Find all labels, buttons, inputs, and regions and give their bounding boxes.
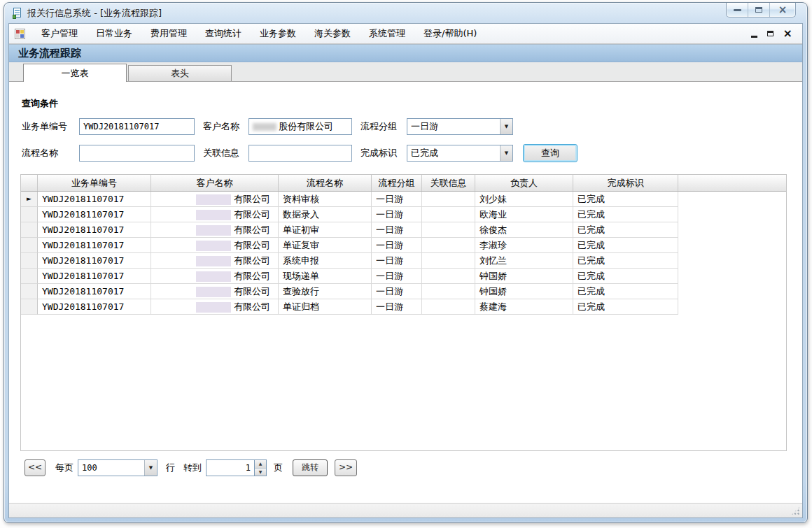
search-button[interactable]: 查询 <box>523 144 578 162</box>
cell-customer: 有限公司 <box>151 238 279 253</box>
row-selector[interactable] <box>21 253 38 269</box>
current-row-indicator[interactable]: ► <box>21 192 38 207</box>
cell-related_info <box>422 207 475 222</box>
cell-related_info <box>422 284 475 299</box>
cell-order_no: YWDJ20181107017 <box>38 284 151 299</box>
column-header[interactable]: 流程名称 <box>279 175 372 191</box>
minimize-button[interactable] <box>727 3 748 17</box>
row-selector[interactable] <box>21 222 38 238</box>
table-row[interactable]: YWDJ20181107017有限公司数据录入一日游欧海业已完成 <box>21 207 786 222</box>
table-row[interactable]: ►YWDJ20181107017有限公司资料审核一日游刘少妹已完成 <box>21 192 786 207</box>
cell-flow_name: 单证初审 <box>279 222 372 238</box>
complete-flag-label: 完成标识 <box>360 145 397 162</box>
menu-item[interactable]: 登录/帮助(H) <box>414 24 486 43</box>
table-row[interactable]: YWDJ20181107017有限公司单证归档一日游蔡建海已完成 <box>21 299 786 315</box>
tab-strip: 一览表表头 <box>9 62 802 82</box>
prev-page-button[interactable]: << <box>24 459 46 476</box>
cell-status: 已完成 <box>573 192 678 207</box>
page-number-input[interactable]: 1 <box>206 459 255 476</box>
cell-flow_group: 一日游 <box>372 284 422 299</box>
cell-flow_group: 一日游 <box>372 222 422 238</box>
column-header[interactable]: 负责人 <box>475 175 573 191</box>
table-row[interactable]: YWDJ20181107017有限公司现场递单一日游钟国娇已完成 <box>21 269 786 284</box>
spinner-up-icon[interactable]: ▲ <box>255 460 266 469</box>
cell-flow_name: 现场递单 <box>279 269 372 284</box>
row-selector[interactable] <box>21 284 38 299</box>
cell-flow_group: 一日游 <box>372 299 422 315</box>
cell-status: 已完成 <box>573 284 678 299</box>
tab-1[interactable]: 表头 <box>128 65 232 81</box>
title-bar[interactable]: 报关行信息系统 - [业务流程跟踪] <box>4 3 807 23</box>
cell-order_no: YWDJ20181107017 <box>38 253 151 269</box>
menu-item[interactable]: 海关参数 <box>305 24 360 43</box>
row-selector[interactable] <box>21 207 38 222</box>
redacted-text <box>196 241 231 251</box>
redacted-text <box>196 271 231 282</box>
row-selector[interactable] <box>21 269 38 284</box>
restore-button[interactable] <box>748 3 770 17</box>
column-header[interactable]: 完成标识 <box>573 175 678 191</box>
column-header[interactable]: 业务单编号 <box>38 175 151 191</box>
row-selector[interactable] <box>21 299 38 315</box>
mdi-restore-button[interactable] <box>767 31 774 36</box>
column-header[interactable]: 客户名称 <box>151 175 279 191</box>
cell-customer: 有限公司 <box>151 222 279 238</box>
cell-owner: 蔡建海 <box>475 299 573 315</box>
column-header[interactable]: 关联信息 <box>422 175 475 191</box>
flow-name-input[interactable] <box>79 145 195 162</box>
chevron-down-icon[interactable]: ▼ <box>500 119 512 134</box>
page-number-stepper[interactable]: ▲ ▼ <box>255 459 267 476</box>
resize-grip[interactable] <box>791 506 800 515</box>
chevron-down-icon[interactable]: ▼ <box>500 145 512 161</box>
rows-unit-label: 行 <box>166 462 175 474</box>
row-selector-header <box>21 175 38 191</box>
menu-items: 客户管理日常业务费用管理查询统计业务参数海关参数系统管理登录/帮助(H) <box>32 24 486 43</box>
cell-flow_name: 系统申报 <box>279 253 372 269</box>
menu-item[interactable]: 日常业务 <box>87 24 141 43</box>
flow-group-label: 流程分组 <box>360 118 397 135</box>
cell-status: 已完成 <box>573 222 678 238</box>
table-row[interactable]: YWDJ20181107017有限公司查验放行一日游钟国娇已完成 <box>21 284 786 299</box>
data-grid: 业务单编号客户名称流程名称流程分组关联信息负责人完成标识 ►YWDJ201811… <box>20 174 787 451</box>
redacted-text <box>253 123 276 131</box>
cell-owner: 刘忆兰 <box>475 253 573 269</box>
spinner-down-icon[interactable]: ▼ <box>255 469 266 476</box>
tab-0[interactable]: 一览表 <box>23 64 127 82</box>
cell-flow_group: 一日游 <box>372 238 422 253</box>
status-bar <box>9 503 802 518</box>
close-button[interactable]: × <box>770 3 795 17</box>
table-row[interactable]: YWDJ20181107017有限公司单证复审一日游李淑珍已完成 <box>21 238 786 253</box>
menu-item[interactable]: 费用管理 <box>141 24 196 43</box>
cell-customer: 有限公司 <box>151 284 279 299</box>
row-selector[interactable] <box>21 238 38 253</box>
column-header[interactable]: 流程分组 <box>372 175 422 191</box>
related-info-input[interactable] <box>248 145 352 162</box>
menu-item[interactable]: 系统管理 <box>360 24 414 43</box>
menu-item[interactable]: 客户管理 <box>32 24 87 43</box>
order-no-input[interactable]: YWDJ20181107017 <box>79 118 195 135</box>
caption-button-group: × <box>726 3 796 17</box>
cell-order_no: YWDJ20181107017 <box>38 269 151 284</box>
table-row[interactable]: YWDJ20181107017有限公司单证初审一日游徐俊杰已完成 <box>21 222 786 238</box>
customer-input[interactable]: 股份有限公司 <box>248 118 352 135</box>
next-page-button[interactable]: >> <box>335 459 357 476</box>
cell-related_info <box>422 253 475 269</box>
cell-flow_group: 一日游 <box>372 253 422 269</box>
flow-group-select[interactable]: 一日游 ▼ <box>407 118 513 135</box>
goto-label: 转到 <box>183 462 202 474</box>
cell-status: 已完成 <box>573 207 678 222</box>
menu-item[interactable]: 查询统计 <box>196 24 251 43</box>
redacted-text <box>196 194 231 205</box>
cell-order_no: YWDJ20181107017 <box>38 207 151 222</box>
chevron-down-icon[interactable]: ▼ <box>144 460 157 476</box>
complete-flag-select[interactable]: 已完成 ▼ <box>407 145 513 162</box>
close-icon: × <box>778 5 788 15</box>
cell-order_no: YWDJ20181107017 <box>38 299 151 315</box>
mdi-minimize-button[interactable] <box>751 36 757 38</box>
cell-flow_name: 单证复审 <box>279 238 372 253</box>
mdi-close-button[interactable]: × <box>783 29 792 38</box>
table-row[interactable]: YWDJ20181107017有限公司系统申报一日游刘忆兰已完成 <box>21 253 786 269</box>
jump-button[interactable]: 跳转 <box>293 459 328 476</box>
per-page-select[interactable]: 100 ▼ <box>78 459 158 476</box>
menu-item[interactable]: 业务参数 <box>251 24 305 43</box>
